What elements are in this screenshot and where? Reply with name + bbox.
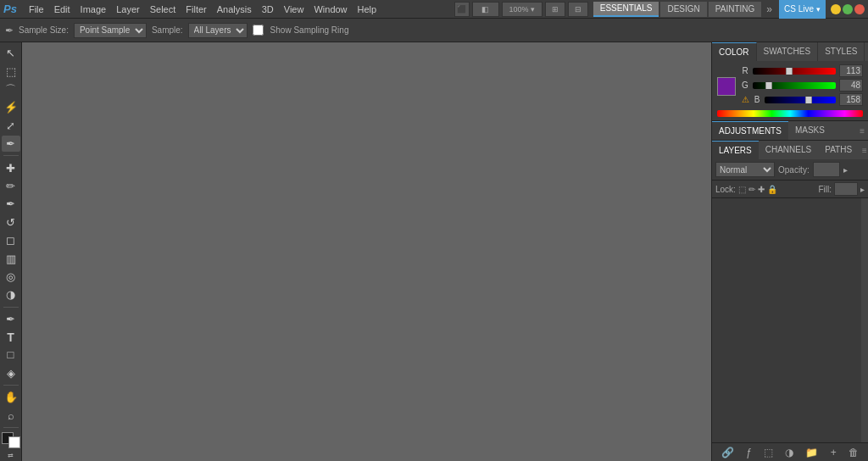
b-slider-thumb[interactable] (805, 97, 812, 103)
menu-view[interactable]: View (279, 0, 309, 19)
menu-select[interactable]: Select (145, 0, 181, 19)
tab-adjustments[interactable]: ADJUSTMENTS (712, 121, 788, 140)
clone-tool[interactable]: ✒ (2, 196, 20, 212)
workspace-painting[interactable]: PAINTING (709, 2, 761, 17)
tab-color[interactable]: COLOR (712, 42, 757, 61)
add-mask-icon[interactable]: ⬚ (764, 447, 773, 458)
arrangement-icon[interactable]: ⊞ (545, 2, 565, 17)
window-minimize[interactable] (831, 4, 841, 14)
pen-tool[interactable]: ✒ (2, 310, 20, 326)
channel-row-b: ⚠ B 158 (741, 93, 863, 106)
menu-help[interactable]: Help (353, 0, 382, 19)
gradient-tool[interactable]: ▥ (2, 250, 20, 266)
cs-live-btn[interactable]: CS Live ▾ (779, 0, 826, 19)
g-slider-thumb[interactable] (765, 82, 772, 89)
opacity-label: Opacity: (778, 165, 810, 175)
color-spectrum[interactable] (717, 110, 863, 117)
workspace-essentials[interactable]: ESSENTIALS (593, 2, 659, 17)
blend-mode-select[interactable]: Normal (715, 162, 775, 177)
tab-channels[interactable]: CHANNELS (759, 141, 818, 159)
layer-fx-icon[interactable]: ƒ (746, 447, 752, 458)
tab-masks[interactable]: MASKS (788, 121, 832, 140)
crop-tool[interactable]: ⤢ (2, 118, 20, 134)
tab-paths[interactable]: PATHS (818, 141, 859, 159)
menu-window[interactable]: Window (309, 0, 352, 19)
lock-transparency-icon[interactable]: ⬚ (738, 185, 746, 194)
color-swatch-main[interactable] (717, 77, 736, 96)
tab-swatches[interactable]: SWATCHES (757, 42, 819, 61)
hand-tool[interactable]: ✋ (2, 389, 20, 405)
new-adjustment-icon[interactable]: ◑ (785, 447, 793, 458)
sample-layers-select[interactable]: All Layers (188, 23, 248, 38)
show-ring-checkbox[interactable] (253, 25, 264, 36)
new-layer-icon[interactable]: + (831, 447, 837, 458)
layers-panel: LAYERS CHANNELS PATHS ≡ Normal Opacity: … (712, 141, 868, 461)
color-panel-collapse[interactable]: ≡ (865, 47, 868, 57)
lasso-tool[interactable]: ⌒ (2, 81, 20, 97)
window-maximize[interactable] (843, 4, 853, 14)
fill-input[interactable] (834, 182, 858, 196)
color-panel-tabs: COLOR SWATCHES STYLES ≡ (712, 42, 868, 61)
eraser-tool[interactable]: ◻ (2, 232, 20, 248)
b-slider[interactable] (765, 97, 836, 103)
screen-layout-icon[interactable]: ⊟ (568, 2, 588, 17)
workspace-design[interactable]: DESIGN (660, 2, 706, 17)
opacity-input[interactable] (813, 162, 840, 177)
blur-tool[interactable]: ◎ (2, 269, 20, 285)
fill-arrow[interactable]: ▸ (860, 185, 865, 194)
layers-bottom-bar: 🔗 ƒ ⬚ ◑ 📁 + 🗑 (712, 442, 868, 461)
layers-panel-collapse[interactable]: ≡ (859, 146, 868, 155)
menu-edit[interactable]: Edit (49, 0, 75, 19)
sample-size-select[interactable]: Point Sample (74, 23, 147, 38)
dodge-tool[interactable]: ◑ (2, 286, 20, 303)
canvas-area[interactable] (22, 42, 711, 461)
lock-all-icon[interactable]: 🔒 (767, 185, 777, 194)
new-group-icon[interactable]: 📁 (805, 447, 818, 458)
menu-file[interactable]: File (24, 0, 49, 19)
text-tool[interactable]: T (2, 329, 20, 345)
brush-tool[interactable]: ✏ (2, 178, 20, 194)
menu-analysis[interactable]: Analysis (212, 0, 257, 19)
r-value[interactable]: 113 (839, 64, 863, 77)
menu-filter[interactable]: Filter (181, 0, 211, 19)
eyedropper-tool[interactable]: ✒ (2, 136, 20, 152)
lock-position-icon[interactable]: ✚ (758, 185, 765, 194)
menu-3d[interactable]: 3D (257, 0, 279, 19)
layers-content[interactable] (712, 198, 868, 442)
3d-rotate-tool[interactable]: ◈ (2, 365, 20, 381)
g-value[interactable]: 48 (839, 79, 863, 92)
window-close[interactable] (854, 4, 865, 14)
g-slider[interactable] (753, 82, 836, 89)
screen-mode-icon[interactable]: ⬛ (454, 2, 470, 17)
history-brush-tool[interactable]: ↺ (2, 214, 20, 230)
menu-layer[interactable]: Layer (111, 0, 145, 19)
swap-colors-btn[interactable]: ⇄ (8, 452, 14, 459)
background-color[interactable] (8, 436, 20, 448)
adjustments-panel-tabs: ADJUSTMENTS MASKS ≡ (712, 121, 868, 140)
color-swatches[interactable] (2, 432, 20, 448)
tab-styles[interactable]: STYLES (818, 42, 865, 61)
cs-live-label: CS Live (784, 4, 814, 14)
menu-image[interactable]: Image (75, 0, 112, 19)
r-slider[interactable] (753, 68, 836, 75)
mask-options-icon[interactable]: ◧ (472, 2, 499, 17)
shape-tool[interactable]: □ (2, 347, 20, 363)
healing-tool[interactable]: ✚ (2, 159, 20, 175)
adj-panel-collapse[interactable]: ≡ (856, 126, 868, 136)
move-tool[interactable]: ↖ (2, 45, 20, 61)
color-row-main: R 113 G 48 (717, 64, 863, 108)
lock-pixels-icon[interactable]: ✏ (748, 185, 755, 194)
link-layers-icon[interactable]: 🔗 (721, 447, 734, 458)
layers-scrollbar[interactable] (861, 198, 868, 442)
opacity-arrow[interactable]: ▸ (843, 165, 848, 175)
show-ring-label: Show Sampling Ring (270, 25, 349, 35)
delete-layer-icon[interactable]: 🗑 (849, 447, 859, 458)
more-workspaces-btn[interactable]: » (763, 3, 776, 15)
tab-layers[interactable]: LAYERS (712, 141, 759, 159)
b-value[interactable]: 158 (839, 93, 863, 106)
zoom-tool[interactable]: ⌕ (2, 407, 20, 423)
marquee-tool[interactable]: ⬚ (2, 63, 20, 79)
channel-row-r: R 113 (741, 64, 863, 77)
r-slider-thumb[interactable] (786, 68, 793, 75)
quick-select-tool[interactable]: ⚡ (2, 99, 20, 115)
